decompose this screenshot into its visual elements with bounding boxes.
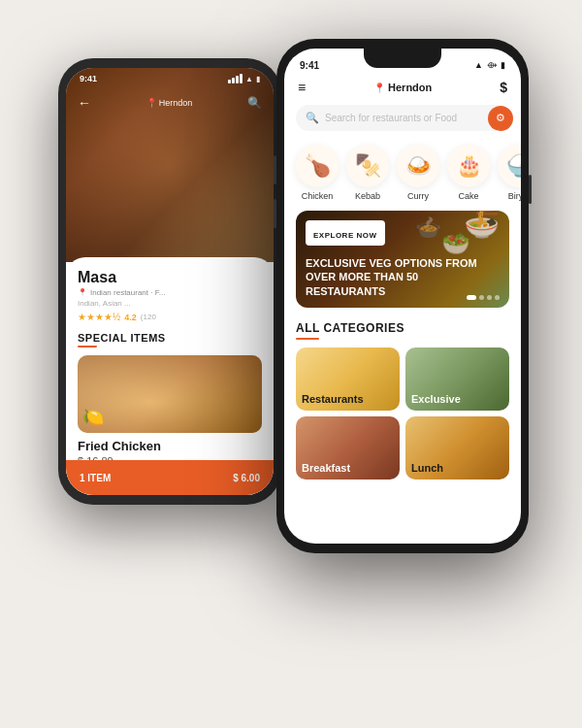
chicken-emoji: 🍗	[296, 145, 339, 187]
back-location-text: Herndon	[159, 98, 193, 108]
banner[interactable]: 🍜 🥗 🍲 EXPLORE NOW EXCLUSIVE VEG OPTIONS …	[296, 211, 509, 308]
banner-dot-4	[495, 295, 500, 300]
categories-scroll: 🍗 Chicken 🍢 Kebab 🍛 Curry 🎂 Cake 🍚 Biry.…	[284, 137, 521, 205]
dollar-icon[interactable]: $	[500, 80, 507, 95]
category-curry[interactable]: 🍛 Curry	[397, 145, 439, 201]
back-rating-num: 4.2	[124, 313, 137, 322]
biryani-emoji: 🍚	[498, 145, 521, 187]
category-card-restaurants[interactable]: Restaurants	[296, 347, 400, 411]
back-hero-image: 9:41 ▲ ▮ ← 📍 Herndon	[66, 68, 274, 262]
front-power-button[interactable]	[529, 175, 532, 204]
back-restaurant-cuisine: Indian, Asian ...	[78, 299, 262, 308]
banner-explore-button[interactable]: EXPLORE NOW	[306, 220, 385, 246]
back-location-pin-icon: 📍	[146, 98, 157, 108]
battery-icon: ▮	[501, 60, 505, 70]
banner-text: EXCLUSIVE VEG OPTIONS FROMOVER MORE THAN…	[306, 256, 500, 298]
filter-button[interactable]: ⚙	[488, 106, 513, 131]
back-pin-icon: 📍	[78, 288, 87, 297]
kebab-label: Kebab	[355, 191, 380, 201]
back-location: 📍 Herndon	[146, 98, 193, 108]
breakfast-label: Breakfast	[302, 462, 350, 474]
back-stars: ★★★★½	[78, 312, 120, 322]
category-card-breakfast[interactable]: Breakfast	[296, 416, 400, 480]
restaurants-bg: Restaurants	[296, 347, 400, 411]
lunch-bg: Lunch	[405, 416, 509, 480]
back-section-line	[78, 346, 97, 347]
banner-dot-3	[487, 295, 492, 300]
back-search-icon[interactable]: 🔍	[247, 96, 262, 110]
curry-label: Curry	[407, 191, 429, 201]
back-status-bar: 9:41 ▲ ▮	[66, 68, 274, 89]
wifi-icon: ▲	[245, 75, 253, 83]
front-phone: 9:41 ▲ ⟴ ▮ ≡ 📍 Herndon $ 🔍 Search for re…	[276, 39, 529, 553]
explore-text: EXPLORE NOW	[313, 231, 377, 240]
location-pin-icon: 📍	[373, 83, 385, 93]
category-card-lunch[interactable]: Lunch	[405, 416, 509, 480]
front-vol-down-button[interactable]	[274, 199, 276, 228]
category-kebab[interactable]: 🍢 Kebab	[346, 145, 389, 201]
signal-icon: ▲	[474, 60, 483, 70]
lemon-decoration: 🍋	[82, 407, 104, 428]
back-rating: ★★★★½ 4.2 (120	[78, 312, 262, 322]
chicken-label: Chicken	[302, 191, 334, 201]
signal-bar-4	[240, 74, 242, 83]
all-categories-title: ALL CATEGORIES	[296, 321, 509, 335]
search-placeholder: Search for restaurants or Food	[325, 113, 500, 123]
front-screen: 9:41 ▲ ⟴ ▮ ≡ 📍 Herndon $ 🔍 Search for re…	[284, 49, 521, 544]
front-time: 9:41	[300, 60, 319, 71]
back-bottom-price: $ 6.00	[233, 473, 260, 483]
banner-dots	[467, 295, 500, 300]
back-restaurant-sub: 📍 Indian restaurant · F...	[78, 288, 262, 297]
banner-dot-1	[467, 295, 476, 300]
front-notch	[364, 49, 441, 68]
biryani-label: Biry...	[508, 191, 521, 201]
category-card-exclusive[interactable]: Exclusive	[405, 347, 509, 411]
back-arrow-icon[interactable]: ←	[78, 95, 91, 111]
back-restaurant-name: Masa	[78, 269, 262, 286]
front-nav: ≡ 📍 Herndon $	[284, 76, 521, 99]
back-food-name: Fried Chicken	[78, 439, 262, 453]
curry-emoji: 🍛	[397, 145, 439, 187]
all-categories-line	[296, 338, 319, 340]
filter-icon: ⚙	[496, 112, 505, 124]
exclusive-bg: Exclusive	[405, 347, 509, 411]
back-time: 9:41	[80, 74, 97, 83]
hamburger-icon[interactable]: ≡	[298, 81, 306, 94]
front-vol-up-button[interactable]	[274, 155, 276, 184]
category-cake[interactable]: 🎂 Cake	[447, 145, 490, 201]
category-biryani[interactable]: 🍚 Biry...	[498, 145, 521, 201]
search-bar[interactable]: 🔍 Search for restaurants or Food ⚙	[296, 105, 509, 131]
exclusive-label: Exclusive	[411, 393, 461, 405]
front-location-text: Herndon	[388, 82, 432, 93]
search-icon: 🔍	[306, 112, 319, 124]
all-categories-header: ALL CATEGORIES	[284, 314, 521, 344]
back-bottom-bar[interactable]: 1 ITEM $ 6.00	[66, 460, 274, 495]
back-food-image: 🍋	[78, 355, 262, 433]
categories-grid: Restaurants Exclusive Breakfast Lunch	[284, 344, 521, 487]
signal-bar-1	[228, 80, 231, 83]
banner-food-2: 🥗	[441, 230, 470, 257]
cake-label: Cake	[458, 191, 478, 201]
banner-food-3: 🍲	[415, 215, 441, 241]
front-status-icons: ▲ ⟴ ▮	[474, 60, 505, 70]
back-top-nav: ← 📍 Herndon 🔍	[66, 89, 274, 116]
cake-emoji: 🎂	[447, 145, 490, 187]
banner-dot-2	[479, 295, 484, 300]
restaurants-label: Restaurants	[302, 393, 364, 405]
front-location: 📍 Herndon	[373, 82, 432, 93]
food-decoration	[78, 355, 262, 433]
back-rating-count: (120	[141, 313, 156, 321]
breakfast-bg: Breakfast	[296, 416, 400, 480]
signal-bar-2	[232, 78, 235, 83]
back-section-title: SPECIAL ITEMS	[78, 332, 262, 344]
lunch-label: Lunch	[411, 462, 443, 474]
back-bottom-items: 1 ITEM	[80, 473, 111, 483]
back-screen: 9:41 ▲ ▮ ← 📍 Herndon	[66, 68, 274, 495]
category-chicken[interactable]: 🍗 Chicken	[296, 145, 339, 201]
kebab-emoji: 🍢	[346, 145, 389, 187]
back-food-item: 🍋 Fried Chicken $ 16.89	[78, 355, 262, 467]
back-status-icons: ▲ ▮	[228, 74, 260, 83]
back-phone: 9:41 ▲ ▮ ← 📍 Herndon	[58, 58, 281, 505]
back-restaurant-address: Indian restaurant · F...	[90, 288, 165, 297]
banner-headline: EXCLUSIVE VEG OPTIONS FROMOVER MORE THAN…	[306, 256, 500, 298]
